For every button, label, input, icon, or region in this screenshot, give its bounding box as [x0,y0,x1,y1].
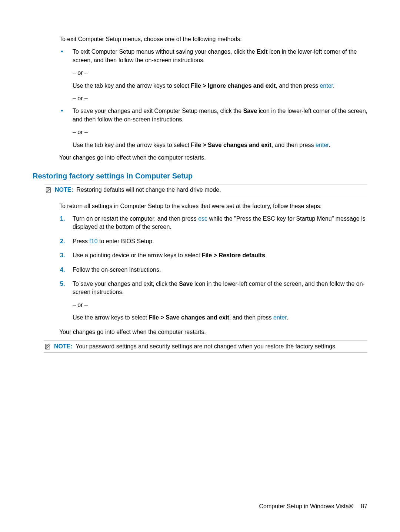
list-paragraph: Use the tab key and the arrow keys to se… [73,141,367,149]
or-separator: – or – [73,94,367,103]
effect-paragraph: Your changes go into effect when the com… [59,328,367,336]
list-item: Use a pointing device or the arrow keys … [59,251,367,260]
or-separator: – or – [73,301,367,309]
or-separator: – or – [73,69,367,77]
page-number: 87 [361,503,367,509]
list-item: Press f10 to enter BIOS Setup. [59,237,367,245]
list-item: Turn on or restart the computer, and the… [59,215,367,231]
intro-paragraph: To exit Computer Setup menus, choose one… [59,35,367,43]
exit-methods-list: To exit Computer Setup menus without sav… [59,48,367,149]
note-icon [44,343,52,350]
list-paragraph: Use the tab key and the arrow keys to se… [73,82,367,90]
list-item: To save your changes and exit, click the… [59,280,367,322]
note-box: NOTE: Your password settings and securit… [44,341,367,352]
step-paragraph: Use the arrow keys to select File > Save… [73,314,367,322]
footer-text: Computer Setup in Windows Vista® [259,503,353,509]
list-item: To save your changes and exit Computer S… [59,107,367,149]
or-separator: – or – [73,128,367,136]
steps-intro: To return all settings in Computer Setup… [59,202,367,210]
step-paragraph: To save your changes and exit, click the… [73,280,367,297]
section-heading: Restoring factory settings in Computer S… [33,171,367,181]
main-content: To exit Computer Setup menus, choose one… [59,35,367,352]
note-box: NOTE: Restoring defaults will not change… [44,184,367,196]
list-paragraph: To save your changes and exit Computer S… [73,107,367,124]
list-item: Follow the on-screen instructions. [59,266,367,274]
page-footer: Computer Setup in Windows Vista® 87 [259,502,367,511]
note-icon [44,186,53,194]
note-text: NOTE: Your password settings and securit… [54,342,367,351]
steps-list: Turn on or restart the computer, and the… [59,215,367,322]
effect-paragraph: Your changes go into effect when the com… [59,154,367,162]
list-item: To exit Computer Setup menus without sav… [59,48,367,103]
note-text: NOTE: Restoring defaults will not change… [55,186,367,194]
list-paragraph: To exit Computer Setup menus without sav… [73,48,367,64]
